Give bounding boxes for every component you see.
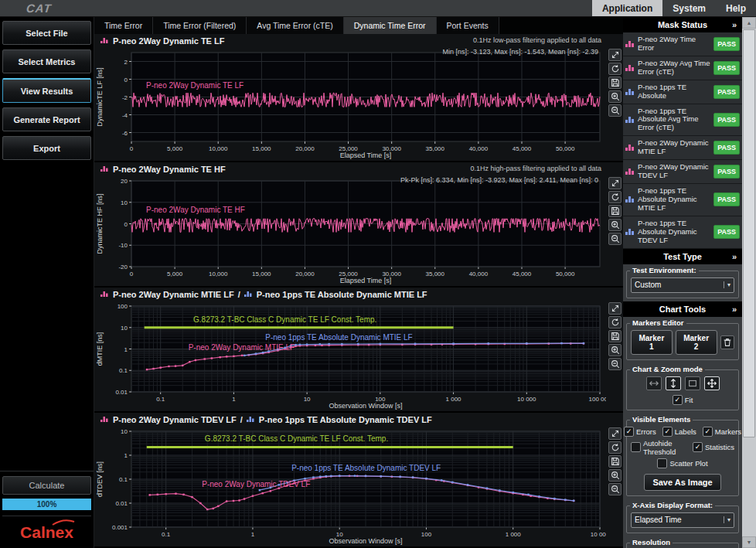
blue-chart-icon: [244, 291, 253, 298]
markers-checkbox[interactable]: ✓: [703, 427, 713, 437]
zoom-vertical-button[interactable]: [666, 376, 681, 390]
save-chart-button[interactable]: [608, 77, 621, 89]
svg-text:35,000: 35,000: [426, 145, 445, 152]
svg-text:1: 1: [124, 346, 128, 353]
svg-text:Elapsed Time [s]: Elapsed Time [s]: [340, 151, 392, 159]
chart-canvas-tdev[interactable]: 0.11101001 00010 0001010.10.010.001Obser…: [94, 426, 606, 546]
errors-checkbox[interactable]: ✓: [624, 427, 634, 437]
save-chart-button[interactable]: [608, 330, 621, 342]
mask-status-item[interactable]: P-neo 1pps TE Absolute Dynamic MTIE LFPA…: [623, 184, 742, 216]
scrollbar-thumb[interactable]: [743, 29, 755, 437]
zoom-out-button[interactable]: [608, 358, 621, 370]
collapse-panel-icon[interactable]: »: [732, 252, 737, 261]
zoom-rect-button[interactable]: [685, 376, 700, 390]
save-chart-button[interactable]: [608, 455, 621, 468]
refresh-chart-button[interactable]: [608, 441, 621, 454]
chart-title-2: P-neo 1pps TE Absolute Dynamic MTIE LF: [257, 290, 427, 299]
delete-markers-button[interactable]: [720, 335, 735, 349]
zoom-out-button[interactable]: [608, 104, 621, 117]
zoom-horizontal-button[interactable]: [646, 376, 662, 390]
menu-help[interactable]: Help: [716, 0, 756, 16]
chart-tools-column: [608, 427, 621, 495]
mini-chart-icon: [625, 116, 635, 124]
zoom-out-button[interactable]: [608, 483, 621, 495]
svg-text:20,000: 20,000: [295, 145, 315, 152]
scroll-up-button[interactable]: ▲: [742, 17, 756, 29]
view-results-button[interactable]: View Results: [2, 78, 91, 103]
mask-status-item[interactable]: P-neo 1pps TE Absolute Dynamic TDEV LFPA…: [623, 216, 742, 249]
tab-dynamic-time-error[interactable]: Dynamic Time Error: [344, 17, 437, 34]
chart-svg: 05,00010,00015,00020,00025,00030,00035,0…: [94, 175, 606, 285]
zoom-in-button[interactable]: [608, 469, 621, 482]
marker2-button[interactable]: Marker 2: [676, 330, 717, 355]
refresh-chart-icon: [610, 192, 621, 203]
mask-item-label: P-neo 1pps TE Absolute Dynamic TDEV LF: [638, 220, 710, 245]
xaxis-format-label: X-Axis Display Format:: [630, 501, 715, 509]
save-as-image-button[interactable]: Save As Image: [644, 474, 720, 491]
tab-time-error[interactable]: Time Error: [94, 17, 153, 34]
zoom-out-icon: [610, 359, 621, 369]
chart-title-row: P-neo 2Way Dynamic TDEV LF / P-neo 1pps …: [94, 413, 623, 426]
expand-chart-button[interactable]: [608, 177, 621, 189]
mask-status-item[interactable]: P-neo 2Way Avg Time Error (cTE)PASS: [623, 56, 742, 80]
collapse-panel-icon[interactable]: »: [732, 20, 737, 29]
chart-svg: 0.11101001 00010 000100 0001001010.10.01…: [94, 301, 606, 410]
svg-text:20: 20: [121, 178, 128, 185]
calculate-panel: Calculate 100% Calnex: [0, 471, 94, 548]
expand-chart-button[interactable]: [608, 49, 621, 61]
autohide-threshold-label: Autohide Threshold: [643, 439, 686, 456]
expand-chart-button[interactable]: [608, 302, 621, 315]
refresh-chart-button[interactable]: [608, 191, 621, 203]
marker1-button[interactable]: Marker 1: [631, 330, 673, 355]
zoom-in-button[interactable]: [608, 344, 621, 356]
save-chart-button[interactable]: [608, 205, 621, 217]
mask-status-item[interactable]: P-neo 1pps TE Absolute Avg Time Error (c…: [623, 104, 742, 137]
statistics-checkbox[interactable]: ✓: [693, 442, 703, 452]
chart-canvas-mtie[interactable]: 0.11101001 00010 000100 0001001010.10.01…: [94, 301, 606, 410]
select-file-button[interactable]: Select File: [2, 21, 91, 45]
refresh-chart-button[interactable]: [608, 316, 621, 328]
collapse-panel-icon[interactable]: »: [732, 305, 737, 314]
scroll-down-button[interactable]: ▼: [742, 536, 756, 548]
menu-application[interactable]: Application: [592, 0, 662, 16]
chart-section-te-hf: P-neo 2Way Dynamic TE HF 0.1Hz high-pass…: [94, 162, 623, 288]
autohide-threshold-checkbox[interactable]: [631, 442, 641, 452]
zoom-out-button[interactable]: [608, 233, 621, 245]
select-metrics-button[interactable]: Select Metrics: [2, 49, 91, 73]
mask-status-item[interactable]: P-neo 2Way Time ErrorPASS: [623, 32, 742, 56]
svg-text:0: 0: [130, 271, 134, 277]
expand-chart-button[interactable]: [608, 427, 621, 440]
menu-system[interactable]: System: [662, 0, 716, 16]
markers-editor-legend: Markers Editor: [630, 318, 686, 327]
zoom-in-button[interactable]: [608, 90, 621, 103]
tab-time-error-filtered[interactable]: Time Error (Filtered): [153, 17, 247, 34]
chart-canvas-te-lf[interactable]: 05,00010,00015,00020,00025,00030,00035,0…: [94, 47, 606, 160]
svg-text:-2: -2: [122, 94, 128, 101]
chart-section-te-lf: P-neo 2Way Dynamic TE LF 0.1Hz low-pass …: [94, 34, 623, 162]
tab-avg-time-error-cte[interactable]: Avg Time Error (cTE): [247, 17, 343, 34]
labels-checkbox[interactable]: ✓: [662, 427, 673, 437]
refresh-chart-button[interactable]: [608, 63, 621, 75]
pan-button[interactable]: [704, 376, 720, 390]
save-chart-icon: [610, 331, 621, 342]
mask-item-label: P-neo 1pps TE Absolute Dynamic MTIE LF: [638, 187, 710, 213]
tab-port-events[interactable]: Port Events: [437, 17, 499, 34]
mask-status-item[interactable]: P-neo 2Way Dynamic MTIE LFPASS: [623, 136, 742, 160]
fit-label: Fit: [685, 396, 693, 404]
xaxis-format-select[interactable]: Elapsed Time ▾: [631, 512, 734, 528]
svg-text:10: 10: [121, 199, 128, 206]
calculate-button[interactable]: Calculate: [2, 476, 91, 495]
chart-canvas-te-hf[interactable]: 05,00010,00015,00020,00025,00030,00035,0…: [94, 175, 606, 285]
test-environment-select[interactable]: Custom ▾: [631, 277, 734, 293]
mask-status-item[interactable]: P-neo 1pps TE AbsolutePASS: [623, 80, 742, 104]
fit-checkbox[interactable]: ✓: [673, 395, 683, 405]
zoom-in-button[interactable]: [608, 219, 621, 231]
export-button[interactable]: Export: [2, 136, 91, 160]
mask-status-item[interactable]: P-neo 2Way Dynamic TDEV LFPASS: [623, 160, 742, 184]
refresh-chart-icon: [610, 442, 621, 453]
scrollbar-track[interactable]: [742, 29, 756, 536]
svg-text:G.8273.2 T-BC Class C Dynamic: G.8273.2 T-BC Class C Dynamic TE LF Cons…: [193, 315, 376, 324]
scatter-plot-checkbox[interactable]: [657, 458, 667, 468]
svg-text:5,000: 5,000: [167, 271, 183, 277]
generate-report-button[interactable]: Generate Report: [2, 107, 91, 131]
